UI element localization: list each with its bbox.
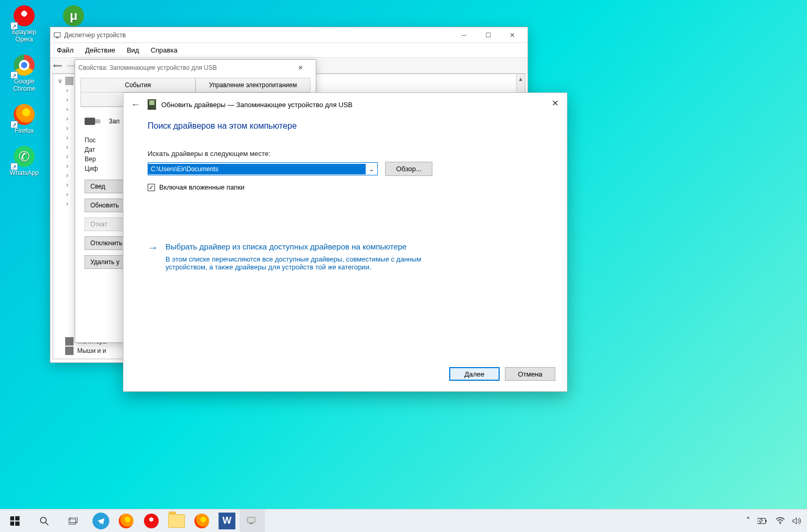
- svg-line-3: [46, 523, 48, 525]
- svg-rect-7: [250, 523, 253, 524]
- desktop-icon-chrome[interactable]: ↗ Google Chrome: [3, 53, 45, 92]
- include-subfolders-checkbox[interactable]: ✓ Включая вложенные папки: [148, 183, 543, 191]
- expand-toggle[interactable]: ›: [64, 143, 71, 151]
- tray-power-icon[interactable]: [758, 517, 768, 525]
- task-view-button[interactable]: [59, 509, 88, 533]
- desktop-icon-whatsapp[interactable]: ✆↗ WhatsApp: [3, 144, 45, 176]
- tabs-upper: События Управление электропитанием: [80, 78, 311, 92]
- taskbar-app-word[interactable]: W: [214, 509, 240, 533]
- desktop: ↗ Браузер Opera ↗ Google Chrome ↗ Firefo…: [0, 0, 807, 532]
- devmgr-icon: [246, 515, 258, 527]
- expand-toggle[interactable]: ›: [64, 191, 71, 198]
- expand-toggle[interactable]: ›: [64, 181, 71, 189]
- update-driver-wizard: ← Обновить драйверы — Запоминающее устро…: [123, 92, 567, 392]
- close-button[interactable]: ✕: [288, 60, 313, 75]
- expand-toggle[interactable]: ›: [64, 115, 71, 122]
- expand-toggle[interactable]: ›: [64, 134, 71, 141]
- wizard-header: ← Обновить драйверы — Запоминающее устро…: [123, 93, 567, 116]
- svg-rect-4: [68, 519, 76, 524]
- expand-toggle[interactable]: ∨: [56, 77, 64, 85]
- svg-rect-0: [54, 33, 60, 37]
- menu-action[interactable]: Действие: [85, 46, 115, 54]
- tab-events[interactable]: События: [80, 78, 195, 92]
- wizard-footer: Далее Отмена: [449, 367, 555, 381]
- tray-wifi-icon[interactable]: [775, 517, 785, 525]
- desktop-icons-column: ↗ Браузер Opera ↗ Google Chrome ↗ Firefo…: [3, 3, 45, 176]
- option-title: Выбрать драйвер из списка доступных драй…: [165, 242, 460, 252]
- mouse-icon: [65, 347, 74, 355]
- desktop-icon-label: WhatsApp: [9, 169, 38, 176]
- taskbar-app-firefox-2[interactable]: [189, 509, 214, 533]
- windows-logo-icon: [10, 516, 19, 526]
- search-label: Искать драйверы в следующем месте:: [148, 150, 543, 158]
- expand-toggle[interactable]: ›: [64, 200, 71, 207]
- pick-from-list-option[interactable]: → Выбрать драйвер из списка доступных др…: [148, 242, 543, 271]
- titlebar[interactable]: Свойства: Запоминающее устройство для US…: [75, 60, 316, 76]
- svg-rect-1: [56, 37, 59, 38]
- device-name: Зап: [109, 118, 119, 125]
- svg-point-2: [40, 517, 46, 523]
- svg-rect-8: [758, 518, 765, 524]
- close-button[interactable]: ✕: [500, 28, 524, 43]
- maximize-button[interactable]: ☐: [476, 28, 500, 43]
- search-button[interactable]: [29, 509, 59, 533]
- menu-file[interactable]: Файл: [57, 46, 74, 54]
- menu-view[interactable]: Вид: [127, 46, 139, 54]
- checkbox-label: Включая вложенные папки: [159, 183, 244, 191]
- expand-toggle[interactable]: ›: [64, 172, 71, 179]
- tab-power[interactable]: Управление электропитанием: [195, 78, 311, 92]
- tray-chevron-icon[interactable]: ˄: [746, 516, 750, 526]
- checkbox-icon[interactable]: ✓: [148, 184, 155, 191]
- taskbar: W ˄: [0, 509, 807, 532]
- next-button[interactable]: Далее: [449, 367, 500, 381]
- svg-rect-5: [70, 517, 77, 523]
- desktop-icon-utorrent[interactable]: μ: [53, 3, 95, 28]
- expand-toggle[interactable]: ›: [64, 153, 71, 160]
- taskbar-app-opera[interactable]: [139, 509, 164, 533]
- desktop-icon-firefox[interactable]: ↗ Firefox: [3, 102, 45, 134]
- driver-icon: [148, 99, 156, 110]
- path-combobox[interactable]: C:\Users\Eir\Documents ⌄: [148, 162, 378, 175]
- expand-toggle[interactable]: ›: [64, 96, 71, 103]
- titlebar[interactable]: Диспетчер устройств ─ ☐ ✕: [50, 27, 527, 43]
- menubar: Файл Действие Вид Справка: [50, 43, 527, 58]
- section-title: Поиск драйверов на этом компьютере: [148, 121, 543, 131]
- expand-toggle[interactable]: ›: [64, 124, 71, 132]
- desktop-icon-opera[interactable]: ↗ Браузер Opera: [3, 3, 45, 43]
- task-view-icon: [68, 517, 79, 525]
- scroll-up-icon[interactable]: ▴: [516, 74, 525, 83]
- tree-item[interactable]: Мыши и и: [77, 347, 106, 354]
- expand-toggle[interactable]: ›: [64, 106, 71, 113]
- taskbar-app-firefox[interactable]: [113, 509, 139, 533]
- path-value[interactable]: C:\Users\Eir\Documents: [148, 164, 366, 174]
- svg-rect-9: [765, 520, 767, 522]
- usb-icon: [85, 116, 102, 127]
- chevron-down-icon[interactable]: ⌄: [366, 165, 377, 173]
- search-icon: [39, 516, 49, 526]
- svg-rect-6: [247, 517, 255, 523]
- wizard-title: Обновить драйверы — Запоминающее устройс…: [161, 101, 353, 109]
- svg-point-10: [780, 523, 781, 524]
- arrow-right-icon: →: [148, 242, 158, 271]
- taskbar-app-explorer[interactable]: [164, 509, 189, 533]
- taskbar-app-devmgr[interactable]: [240, 509, 265, 533]
- expand-toggle[interactable]: ›: [64, 87, 71, 94]
- browse-button[interactable]: Обзор...: [385, 162, 432, 176]
- window-title: Свойства: Запоминающее устройство для US…: [78, 64, 217, 71]
- window-title: Диспетчер устройств: [64, 32, 126, 39]
- desktop-icon-label: Firefox: [15, 127, 34, 134]
- cancel-button[interactable]: Отмена: [505, 367, 555, 381]
- back-button[interactable]: ←: [129, 98, 142, 111]
- monitor-icon: [65, 337, 74, 346]
- close-button[interactable]: ✕: [552, 98, 558, 108]
- minimize-button[interactable]: ─: [452, 28, 476, 43]
- start-button[interactable]: [0, 509, 29, 533]
- menu-help[interactable]: Справка: [151, 46, 178, 54]
- tray-sound-icon[interactable]: [792, 517, 802, 525]
- computer-icon: [54, 32, 61, 39]
- taskbar-app-telegram[interactable]: [88, 509, 113, 533]
- computer-icon: [65, 77, 74, 85]
- desktop-icon-label: Google Chrome: [3, 78, 45, 92]
- expand-toggle[interactable]: ›: [64, 162, 71, 170]
- toolbar-back-icon[interactable]: ⟸: [50, 59, 64, 72]
